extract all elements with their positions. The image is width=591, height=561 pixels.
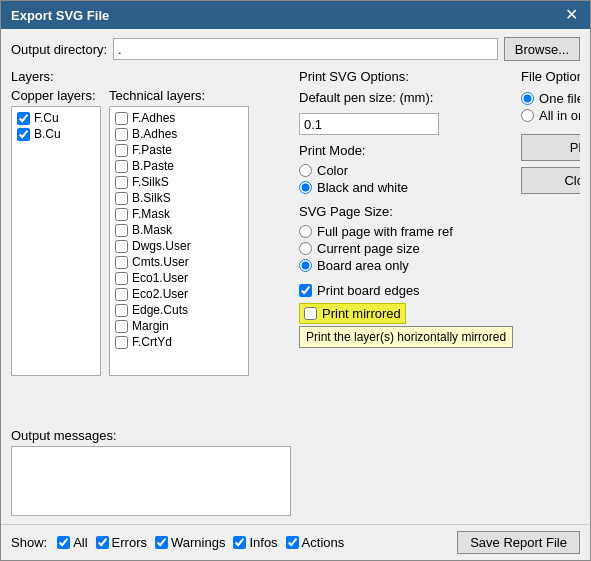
tech-checkbox[interactable] — [115, 272, 128, 285]
browse-button[interactable]: Browse... — [504, 37, 580, 61]
tech-label: F.Adhes — [132, 111, 175, 125]
list-item[interactable]: B.Adhes — [113, 126, 245, 142]
all-checkbox[interactable] — [57, 536, 70, 549]
one-file-radio-item[interactable]: One file per layer — [521, 90, 580, 107]
all-check[interactable]: All — [57, 535, 87, 550]
output-messages-section: Output messages: — [11, 428, 291, 516]
color-radio-item[interactable]: Color — [299, 162, 513, 179]
actions-checkbox[interactable] — [286, 536, 299, 549]
boardarea-label: Board area only — [317, 258, 409, 273]
output-dir-row: Output directory: Browse... — [11, 37, 580, 61]
tech-checkbox[interactable] — [115, 288, 128, 301]
infos-check[interactable]: Infos — [233, 535, 277, 550]
fcu-checkbox[interactable] — [17, 112, 30, 125]
save-report-button[interactable]: Save Report File — [457, 531, 580, 554]
bottom-bar: Show: All Errors Warnings Infos Actions … — [1, 524, 590, 560]
print-mirrored-row[interactable]: Print mirrored — [299, 303, 406, 324]
bcu-checkbox[interactable] — [17, 128, 30, 141]
list-item[interactable]: F.Mask — [113, 206, 245, 222]
plot-button[interactable]: Plot — [521, 134, 580, 161]
technical-section: Technical layers: F.AdhesB.AdhesF.PasteB… — [109, 88, 249, 422]
tech-label: B.Mask — [132, 223, 172, 237]
close-dialog-button[interactable]: Close — [521, 167, 580, 194]
output-messages-box — [11, 446, 291, 516]
list-item[interactable]: F.Cu — [15, 110, 97, 126]
fullpage-radio[interactable] — [299, 225, 312, 238]
list-item[interactable]: Eco2.User — [113, 286, 245, 302]
currentpage-radio[interactable] — [299, 242, 312, 255]
tech-checkbox[interactable] — [115, 336, 128, 349]
all-in-one-radio[interactable] — [521, 109, 534, 122]
bw-radio-item[interactable]: Black and white — [299, 179, 513, 196]
tech-checkbox[interactable] — [115, 176, 128, 189]
list-item[interactable]: F.CrtYd — [113, 334, 245, 350]
boardarea-radio-item[interactable]: Board area only — [299, 257, 513, 274]
list-item[interactable]: F.SilkS — [113, 174, 245, 190]
actions-check[interactable]: Actions — [286, 535, 345, 550]
print-mirrored-checkbox[interactable] — [304, 307, 317, 320]
tech-checkbox[interactable] — [115, 320, 128, 333]
file-option-title: File Option: — [521, 69, 580, 84]
list-item[interactable]: B.Mask — [113, 222, 245, 238]
tech-checkbox[interactable] — [115, 224, 128, 237]
currentpage-label: Current page size — [317, 241, 420, 256]
currentpage-radio-item[interactable]: Current page size — [299, 240, 513, 257]
bw-label: Black and white — [317, 180, 408, 195]
bw-radio[interactable] — [299, 181, 312, 194]
errors-label: Errors — [112, 535, 147, 550]
color-radio[interactable] — [299, 164, 312, 177]
svg-options-section: Print SVG Options: Default pen size: (mm… — [299, 69, 513, 516]
copper-label: Copper layers: — [11, 88, 101, 103]
close-icon[interactable]: ✕ — [563, 7, 580, 23]
errors-checkbox[interactable] — [96, 536, 109, 549]
list-item[interactable]: Margin — [113, 318, 245, 334]
bcu-label: B.Cu — [34, 127, 61, 141]
tech-checkbox[interactable] — [115, 112, 128, 125]
mirrored-tooltip: Print the layer(s) horizontally mirrored — [299, 326, 513, 348]
list-item[interactable]: Dwgs.User — [113, 238, 245, 254]
tech-checkbox[interactable] — [115, 256, 128, 269]
tech-label: B.Paste — [132, 159, 174, 173]
tech-label: B.SilkS — [132, 191, 171, 205]
tech-checkbox[interactable] — [115, 160, 128, 173]
tech-checkbox[interactable] — [115, 192, 128, 205]
errors-check[interactable]: Errors — [96, 535, 147, 550]
tech-checkbox[interactable] — [115, 304, 128, 317]
copper-list: F.Cu B.Cu — [11, 106, 101, 376]
tech-label: F.Paste — [132, 143, 172, 157]
print-mode-section: Print Mode: Color Black and white — [299, 143, 513, 196]
all-in-one-radio-item[interactable]: All in one file — [521, 107, 580, 124]
print-board-edges-item[interactable]: Print board edges — [299, 282, 513, 299]
fullpage-radio-item[interactable]: Full page with frame ref — [299, 223, 513, 240]
output-dir-label: Output directory: — [11, 42, 107, 57]
list-item[interactable]: B.Paste — [113, 158, 245, 174]
output-dir-input[interactable] — [113, 38, 498, 60]
tech-checkbox[interactable] — [115, 128, 128, 141]
pen-size-label: Default pen size: (mm): — [299, 90, 433, 105]
warnings-checkbox[interactable] — [155, 536, 168, 549]
layers-section: Copper layers: F.Cu B.Cu — [11, 88, 291, 422]
left-panel: Layers: Copper layers: F.Cu B.Cu — [11, 69, 291, 516]
fullpage-label: Full page with frame ref — [317, 224, 453, 239]
pen-size-input[interactable] — [299, 113, 439, 135]
tech-checkbox[interactable] — [115, 144, 128, 157]
tech-checkbox[interactable] — [115, 208, 128, 221]
technical-list[interactable]: F.AdhesB.AdhesF.PasteB.PasteF.SilkSB.Sil… — [109, 106, 249, 376]
one-file-radio[interactable] — [521, 92, 534, 105]
technical-label: Technical layers: — [109, 88, 249, 103]
list-item[interactable]: F.Adhes — [113, 110, 245, 126]
dialog-title: Export SVG File — [11, 8, 109, 23]
list-item[interactable]: F.Paste — [113, 142, 245, 158]
tech-checkbox[interactable] — [115, 240, 128, 253]
list-item[interactable]: Cmts.User — [113, 254, 245, 270]
main-content: Layers: Copper layers: F.Cu B.Cu — [11, 69, 580, 516]
print-board-edges-checkbox[interactable] — [299, 284, 312, 297]
list-item[interactable]: Edge.Cuts — [113, 302, 245, 318]
warnings-check[interactable]: Warnings — [155, 535, 225, 550]
list-item[interactable]: B.SilkS — [113, 190, 245, 206]
boardarea-radio[interactable] — [299, 259, 312, 272]
infos-checkbox[interactable] — [233, 536, 246, 549]
warnings-label: Warnings — [171, 535, 225, 550]
list-item[interactable]: Eco1.User — [113, 270, 245, 286]
list-item[interactable]: B.Cu — [15, 126, 97, 142]
